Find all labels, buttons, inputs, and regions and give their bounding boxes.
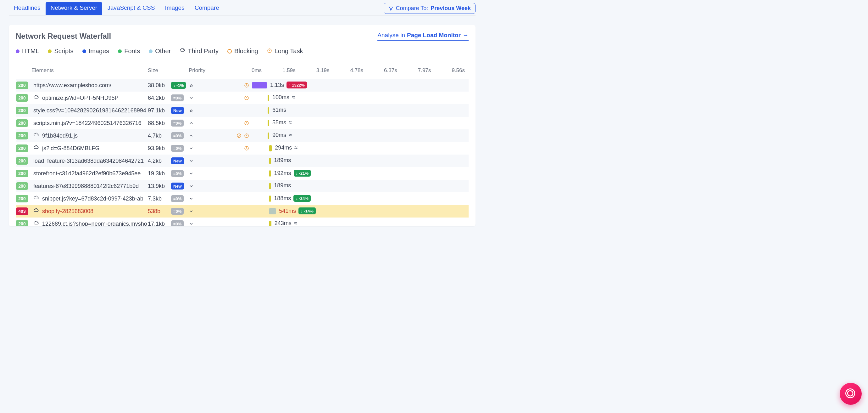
axis-tick: 1.59s — [282, 67, 296, 73]
waterfall-bar — [268, 132, 270, 139]
table-row[interactable]: 200scripts.min.js?v=18422496025147632671… — [16, 117, 469, 129]
axis-tick: 6.37s — [384, 67, 397, 73]
waterfall-card: Network Request Waterfall Analyse in Pag… — [9, 25, 475, 226]
table-row[interactable]: 200storefront-c31d2fa4962d2ef90b673e945e… — [16, 167, 469, 180]
blocking-icon — [237, 133, 242, 138]
analyse-prefix: Analyse in — [377, 32, 405, 39]
duration-text: 55ms — [272, 119, 286, 126]
priority-icon — [189, 146, 230, 151]
priority-icon — [189, 158, 230, 164]
waterfall-bar — [269, 158, 271, 164]
approx-icon: ≈ — [289, 132, 292, 139]
axis-tick: 3.19s — [316, 67, 330, 73]
tab-headlines[interactable]: Headlines — [9, 2, 45, 15]
long-task-icon — [244, 83, 249, 88]
duration-text: 192ms — [274, 170, 291, 177]
size-delta-badge: New — [171, 107, 184, 114]
priority-icon — [189, 183, 230, 188]
waterfall-bar — [269, 170, 271, 177]
long-task-icon — [267, 48, 272, 55]
priority-icon — [189, 108, 230, 113]
status-badge: 200 — [16, 220, 28, 226]
legend: HTML Scripts Images Fonts Other Third Pa… — [16, 48, 469, 55]
duration-delta-badge: ↓ -14% — [299, 207, 315, 214]
size-text: 64.2kb — [148, 95, 168, 101]
tab-images[interactable]: Images — [160, 2, 189, 15]
duration-text: 1.13s — [270, 82, 284, 88]
size-delta-badge: =0% — [171, 132, 184, 139]
status-badge: 200 — [16, 107, 28, 114]
axis-tick: 9.56s — [452, 67, 465, 73]
request-url: optimize.js?id=OPT-5NHD95P — [42, 95, 119, 101]
table-row[interactable]: 200snippet.js?key=67d83c2d-0997-423b-ab7… — [16, 192, 469, 205]
compare-to-button[interactable]: Compare To: Previous Week — [384, 3, 475, 14]
duration-text: 189ms — [274, 182, 291, 189]
waterfall-bar — [252, 82, 267, 88]
priority-icon — [189, 83, 230, 88]
size-delta-badge: =0% — [171, 195, 184, 202]
compare-value: Previous Week — [431, 5, 471, 12]
third-party-icon — [33, 145, 39, 152]
table-row[interactable]: 200style.css?v=1094282902619816462216899… — [16, 104, 469, 117]
blocking-icon — [227, 49, 232, 54]
size-text: 4.2kb — [148, 158, 168, 164]
third-party-icon — [33, 220, 39, 227]
legend-third-party: Third Party — [188, 48, 219, 55]
table-row[interactable]: 200features-87e8399988880142f2c62771b9d1… — [16, 180, 469, 192]
table-row[interactable]: 403shopify-2825683008538b=0%541ms ↓ -14% — [16, 205, 469, 217]
table-row[interactable]: 200load_feature-3f13ad638dda634208464272… — [16, 154, 469, 167]
status-badge: 200 — [16, 132, 28, 140]
waterfall-bar — [269, 221, 271, 226]
tab-compare[interactable]: Compare — [190, 2, 224, 15]
waterfall-bar — [269, 208, 276, 214]
status-badge: 200 — [16, 145, 28, 152]
col-priority: Priority — [189, 67, 230, 73]
third-party-icon — [33, 208, 39, 215]
table-row[interactable]: 200optimize.js?id=OPT-5NHD95P64.2kb=0%10… — [16, 92, 469, 104]
duration-text: 61ms — [272, 107, 286, 113]
legend-fonts: Fonts — [124, 48, 140, 55]
size-text: 93.9kb — [148, 145, 168, 152]
third-party-icon — [180, 48, 185, 55]
col-elements: Elements — [31, 67, 148, 73]
status-badge: 200 — [16, 182, 28, 190]
size-text: 97.1kb — [148, 107, 168, 114]
axis-tick: 0ms — [252, 67, 262, 73]
waterfall-bar — [268, 107, 270, 114]
third-party-icon — [33, 94, 39, 102]
size-text: 19.3kb — [148, 170, 168, 177]
size-delta-badge: New — [171, 183, 184, 189]
waterfall-bar — [268, 95, 270, 101]
approx-icon: ≈ — [294, 220, 297, 226]
analyse-link[interactable]: Analyse in Page Load Monitor → — [377, 32, 469, 40]
tab-javascript-css[interactable]: JavaScript & CSS — [102, 2, 160, 15]
analyse-strong: Page Load Monitor — [407, 32, 461, 39]
duration-text: 541ms — [279, 208, 296, 214]
request-url: snippet.js?key=67d83c2d-0997-423b-ab — [42, 196, 144, 202]
request-url: style.css?v=10942829026198164622168994 — [33, 107, 146, 114]
table-header: Elements Size Priority 0ms1.59s3.19s4.78… — [16, 67, 469, 79]
size-text: 88.5kb — [148, 120, 168, 126]
card-title: Network Request Waterfall — [16, 32, 111, 40]
table-row[interactable]: 200js?id=G-884D6MBLFG93.9kb=0%294ms ≈ — [16, 142, 469, 154]
third-party-icon — [33, 132, 39, 140]
status-badge: 200 — [16, 94, 28, 102]
waterfall-bar — [268, 120, 270, 126]
duration-text: 189ms — [274, 157, 291, 164]
axis-tick: 4.78s — [350, 67, 363, 73]
table-row[interactable]: 200https://www.exampleshop.com/38.0kb↓ -… — [16, 79, 469, 92]
size-delta-badge: =0% — [171, 94, 184, 101]
axis-tick: 7.97s — [418, 67, 431, 73]
col-size: Size — [148, 67, 189, 73]
priority-icon — [189, 95, 230, 100]
status-badge: 200 — [16, 82, 28, 89]
table-row[interactable]: 200122689.ct.js?shop=neom-organics.mysho… — [16, 217, 469, 226]
request-url: storefront-c31d2fa4962d2ef90b673e945ee — [33, 170, 141, 177]
request-url: load_feature-3f13ad638dda6342084642721 — [33, 158, 144, 164]
tab-network-server[interactable]: Network & Server — [45, 2, 102, 15]
size-delta-badge: =0% — [171, 120, 184, 126]
legend-long-task: Long Task — [275, 48, 303, 55]
table-row[interactable]: 2009f1b84ed91.js4.7kb=0%90ms ≈ — [16, 129, 469, 142]
tab-bar: HeadlinesNetwork & ServerJavaScript & CS… — [9, 2, 224, 15]
approx-icon: ≈ — [294, 145, 298, 151]
